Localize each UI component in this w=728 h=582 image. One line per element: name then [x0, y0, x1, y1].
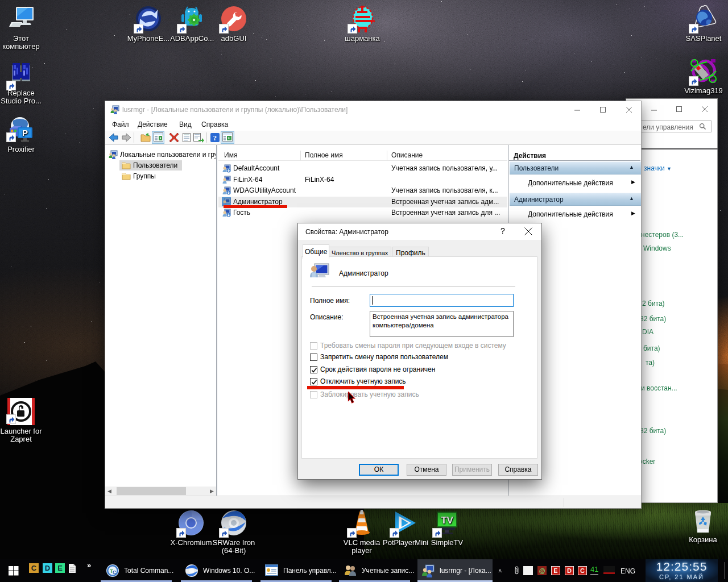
svg-text:?: ? [213, 134, 217, 142]
svg-text:C: C [113, 569, 117, 575]
svg-text:P: P [22, 128, 28, 138]
svg-text:TV: TV [441, 515, 453, 526]
